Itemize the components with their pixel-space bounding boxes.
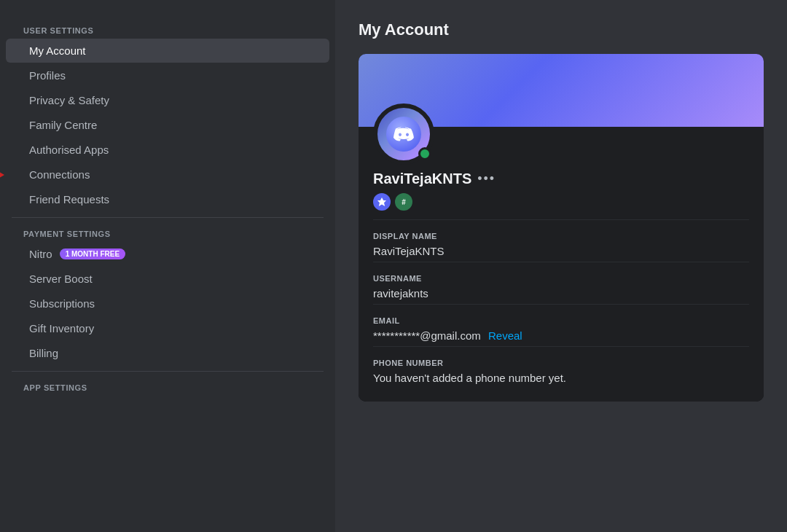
- sidebar-label-gift-inventory: Gift Inventory: [29, 322, 94, 335]
- profile-username-row: RaviTejaKNTS •••: [373, 171, 749, 187]
- sidebar-item-privacy-safety[interactable]: Privacy & Safety: [6, 88, 329, 112]
- sidebar-label-subscriptions: Subscriptions: [29, 297, 95, 310]
- sidebar-item-server-boost[interactable]: Server Boost: [6, 267, 329, 291]
- sidebar-divider-2: [12, 371, 324, 372]
- sidebar-item-nitro[interactable]: Nitro 1 MONTH FREE: [6, 242, 329, 266]
- arrow-indicator: [0, 167, 4, 183]
- discord-logo-icon: [386, 117, 421, 152]
- payment-settings-label: PAYMENT SETTINGS: [0, 224, 335, 241]
- main-content: My Account: [335, 0, 787, 532]
- sidebar-item-billing[interactable]: Billing: [6, 341, 329, 365]
- username-section: USERNAME ravitejaknts: [373, 262, 749, 304]
- sidebar-label-family-centre: Family Centre: [29, 119, 97, 131]
- sidebar-label-billing: Billing: [29, 347, 58, 359]
- phone-value: You haven't added a phone number yet.: [373, 372, 749, 384]
- sidebar-item-friend-requests[interactable]: Friend Requests: [6, 187, 329, 211]
- sidebar-item-family-centre[interactable]: Family Centre: [6, 113, 329, 137]
- sidebar-item-connections[interactable]: Connections: [6, 163, 329, 187]
- email-section: EMAIL ***********@gmail.com Reveal: [373, 304, 749, 346]
- sidebar-label-nitro: Nitro: [29, 248, 52, 260]
- email-value: ***********@gmail.com Reveal: [373, 329, 749, 342]
- tag-badge-icon: #: [395, 193, 412, 211]
- user-settings-label: USER SETTINGS: [0, 20, 335, 38]
- display-name-value: RaviTejaKNTS: [373, 245, 749, 257]
- sidebar-label-connections: Connections: [29, 168, 90, 181]
- sidebar-label-my-account: My Account: [29, 44, 86, 57]
- app-settings-label: APP SETTINGS: [0, 378, 335, 395]
- username-value: ravitejaknts: [373, 287, 749, 300]
- sidebar-label-profiles: Profiles: [29, 69, 66, 82]
- sidebar-label-friend-requests: Friend Requests: [29, 193, 109, 206]
- sidebar-item-subscriptions[interactable]: Subscriptions: [6, 292, 329, 316]
- display-name-section: DISPLAY NAME RaviTejaKNTS: [373, 219, 749, 262]
- sidebar: USER SETTINGS My Account Profiles Privac…: [0, 0, 335, 532]
- profile-info-section: RaviTejaKNTS ••• # DISPLAY NAME RaviTeja…: [359, 127, 764, 402]
- phone-label: PHONE NUMBER: [373, 359, 749, 367]
- sidebar-divider-1: [12, 217, 324, 218]
- page-title: My Account: [359, 20, 764, 39]
- phone-section: PHONE NUMBER You haven't added a phone n…: [373, 346, 749, 387]
- sidebar-label-authorised-apps: Authorised Apps: [29, 144, 109, 156]
- nitro-badge-icon: [373, 193, 391, 211]
- sidebar-item-gift-inventory[interactable]: Gift Inventory: [6, 316, 329, 340]
- sidebar-item-authorised-apps[interactable]: Authorised Apps: [6, 138, 329, 162]
- sidebar-item-profiles[interactable]: Profiles: [6, 63, 329, 87]
- username-label: USERNAME: [373, 274, 749, 283]
- svg-marker-1: [0, 170, 4, 180]
- profile-username: RaviTejaKNTS: [373, 171, 471, 187]
- sidebar-item-my-account[interactable]: My Account: [6, 39, 329, 63]
- online-status-indicator: [418, 147, 431, 160]
- red-arrow-icon: [0, 167, 4, 183]
- reveal-email-button[interactable]: Reveal: [488, 329, 522, 342]
- display-name-label: DISPLAY NAME: [373, 232, 749, 240]
- dots-menu-button[interactable]: •••: [477, 171, 496, 187]
- email-masked: ***********@gmail.com: [373, 329, 481, 342]
- sidebar-label-server-boost: Server Boost: [29, 273, 93, 285]
- profile-avatar-row: [373, 103, 749, 165]
- email-label: EMAIL: [373, 316, 749, 325]
- sidebar-label-privacy-safety: Privacy & Safety: [29, 94, 109, 106]
- profile-card: RaviTejaKNTS ••• # DISPLAY NAME RaviTeja…: [359, 54, 764, 402]
- nitro-badge: 1 MONTH FREE: [60, 249, 125, 259]
- profile-badges: #: [373, 193, 749, 211]
- avatar-wrapper: [373, 103, 434, 165]
